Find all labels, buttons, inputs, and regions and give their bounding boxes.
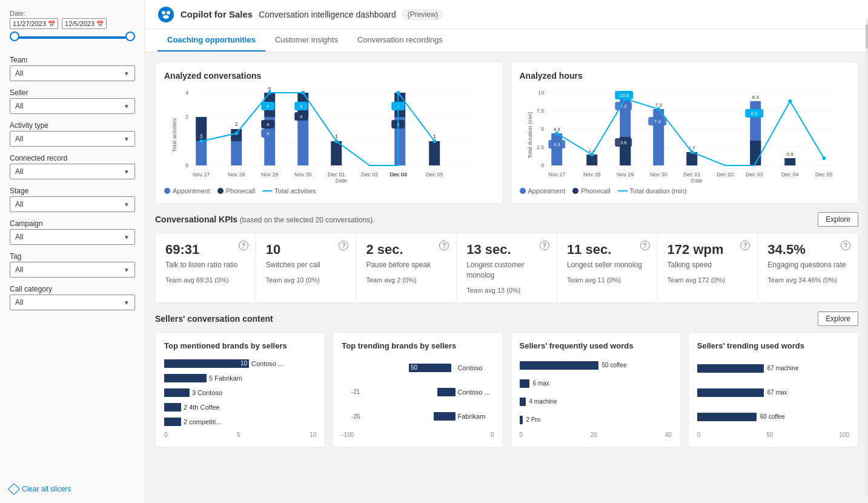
svg-text:Dec 04: Dec 04 [389,172,407,178]
svg-text:4: 4 [300,104,303,109]
kpis-title-row: Conversational KPIs (based on the select… [155,215,375,224]
clear-icon [8,483,20,495]
svg-text:Nov 28: Nov 28 [228,172,245,178]
top-mentioned-axis: 0 5 10 [164,431,316,438]
tag-select[interactable]: All ▼ [10,262,135,278]
sellers-section: Sellers' conversation content Explore To… [155,311,858,447]
kpi-value-3: 2 sec. [366,242,446,258]
trend-max: 67 max [697,388,849,397]
kpis-title: Conversational KPIs [155,215,237,224]
kpi-help-icon-4[interactable]: ? [540,241,549,250]
svg-point-0 [158,7,174,22]
svg-text:Dec 02: Dec 02 [361,172,379,178]
bar-contoso1: 10 Contoso ... [164,359,316,368]
sellers-explore-button[interactable]: Explore [818,311,858,326]
top-trending-title: Top trending brands by sellers [342,341,494,350]
svg-point-2 [167,11,170,15]
kpi-help-icon-1[interactable]: ? [239,241,248,250]
kpi-help-icon-6[interactable]: ? [740,241,750,250]
campaign-label: Campaign [10,219,135,228]
tab-coaching[interactable]: Coaching opportunities [157,29,265,52]
svg-point-114 [822,156,826,160]
analyzed-conversations-title: Analyzed conversations [164,71,494,81]
svg-text:Date: Date [691,178,702,184]
frequently-used-title: Sellers' frequently used words [520,341,672,350]
top-mentioned-card: Top mentioned brands by sellers 10 Conto… [155,332,325,447]
scrollbar-indicator [866,52,868,497]
bar-competi: 2 competiti... [164,418,316,426]
svg-point-113 [788,99,792,103]
activity-select[interactable]: All ▼ [10,131,135,147]
legend-total-activities: Total activities [262,187,316,195]
phonecall-dot [217,188,224,194]
svg-text:3.6: 3.6 [620,140,627,145]
kpi-value-2: 10 [266,242,346,258]
analyzed-hours-chart: Total duration (min) 10 7.5 5 2.5 0 [520,87,850,184]
date-label: Date: [10,10,135,17]
svg-point-110 [623,97,627,101]
sellers-title: Sellers' conversation content [155,314,273,324]
svg-point-56 [301,91,305,95]
svg-text:4: 4 [300,114,303,119]
date-range-slider[interactable] [10,32,135,44]
kpi-switches: ? 10 Switches per call Team avg 10 (0%) [256,233,357,302]
svg-text:Nov 27: Nov 27 [193,172,210,178]
svg-text:7.5: 7.5 [536,108,544,114]
svg-text:Date: Date [336,178,347,184]
stage-select[interactable]: All ▼ [10,196,135,212]
preview-badge: (Preview) [402,9,444,20]
slider-thumb-right[interactable] [125,32,135,41]
svg-point-1 [162,11,165,15]
svg-text:8.3: 8.3 [752,95,759,100]
svg-text:Nov 27: Nov 27 [548,172,565,178]
tag-label: Tag [10,252,135,261]
hours-legend-appointment: Appointment [520,187,566,195]
svg-text:4: 4 [267,122,270,127]
stage-chevron-icon: ▼ [124,201,130,208]
sidebar: Date: 11/27/2023 📅 12/5/2023 📅 Team All … [0,0,145,503]
kpis-subtitle: (based on the selected 20 conversations)… [240,216,375,224]
trending-used-axis: 0 50 100 [697,431,849,438]
svg-rect-15 [231,141,242,165]
date-end-input[interactable]: 12/5/2023 📅 [62,18,107,29]
frequently-used-chart: 50 coffee 6 max 4 machine 2 Pro [520,356,672,429]
date-start-input[interactable]: 11/27/2023 📅 [10,18,58,29]
kpi-avg-2: Team avg 10 (0%) [266,276,346,284]
svg-text:4: 4 [185,90,188,96]
team-select[interactable]: All ▼ [10,65,135,81]
stage-label: Stage [10,187,135,195]
legend-appointment: Appointment [164,187,210,195]
hours-legend-total: Total duration (min) [618,187,687,195]
kpis-explore-button[interactable]: Explore [818,212,858,227]
seller-select[interactable]: All ▼ [10,98,135,114]
team-label: Team [10,56,135,64]
svg-text:5: 5 [541,126,544,132]
hours-total-line [618,190,628,192]
sellers-header: Sellers' conversation content Explore [155,311,858,326]
connected-select[interactable]: All ▼ [10,164,135,179]
svg-point-112 [690,150,694,154]
slider-thumb-left[interactable] [10,32,19,41]
freq-axis: 0 20 40 [520,431,672,438]
kpi-help-icon-3[interactable]: ? [439,241,449,250]
campaign-select[interactable]: All ▼ [10,229,135,245]
kpi-value-7: 34.5% [767,242,848,258]
kpi-help-icon-5[interactable]: ? [640,241,650,250]
kpi-label-5: Longest seller monolog [567,260,648,270]
kpi-help-icon-7[interactable]: ? [841,241,850,250]
tab-customer[interactable]: Customer insights [265,29,348,52]
svg-text:0: 0 [541,162,544,168]
clear-slicers-button[interactable]: Clear all slicers [10,485,135,493]
svg-text:2.5: 2.5 [536,144,544,150]
kpi-label-2: Switches per call [266,260,346,270]
svg-rect-96 [784,158,795,165]
svg-text:Total activities: Total activities [171,118,177,152]
tab-recordings[interactable]: Conversation recordings [348,29,452,52]
team-chevron-icon: ▼ [124,70,130,77]
kpi-help-icon-2[interactable]: ? [339,241,348,250]
kpi-label-6: Talking speed [668,260,748,270]
content-area: Analyzed conversations Total activities … [145,52,868,503]
stage-filter: Stage All ▼ [10,187,135,212]
kpis-section: Conversational KPIs (based on the select… [155,212,858,303]
call-category-select[interactable]: All ▼ [10,295,135,310]
